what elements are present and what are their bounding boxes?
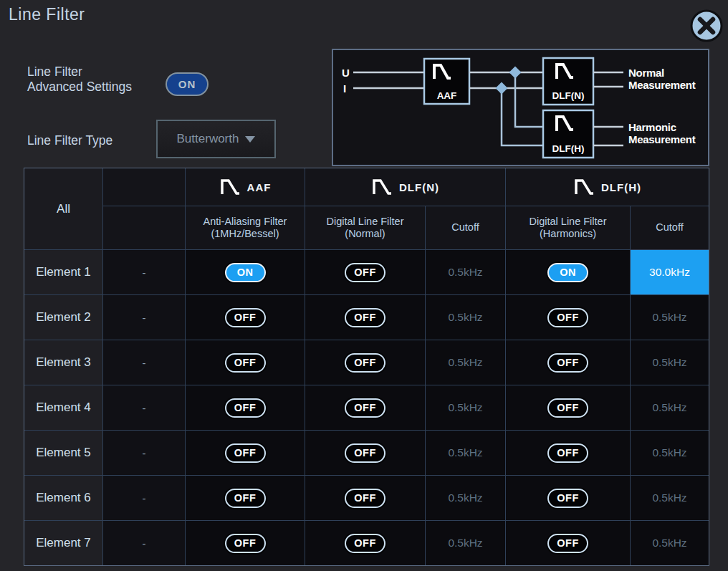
close-button[interactable] xyxy=(689,9,724,43)
aaf-group-header: AAF xyxy=(186,168,305,206)
line-filter-table: All AAF DLF(N) DLF(H) Anti-Aliasing Filt… xyxy=(24,168,709,566)
all-setting-cell: - xyxy=(103,385,185,430)
dlfn-cutoff-cell[interactable]: 0.5kHz xyxy=(426,250,505,294)
dlfn-subheader: Digital Line Filter(Normal) xyxy=(305,206,425,249)
all-setting-cell: - xyxy=(103,340,185,385)
aaf-toggle-cell: OFF xyxy=(186,476,305,520)
dlfh-cutoff-cell[interactable]: 0.5kHz xyxy=(631,340,709,385)
dlfh-cutoff-cell[interactable]: 0.5kHz xyxy=(631,385,709,430)
dlfh-toggle-cell: OFF xyxy=(506,385,630,430)
aaf-toggle-cell: ON xyxy=(186,250,305,294)
blank-header-bottom xyxy=(103,206,185,249)
row-label: Element 3 xyxy=(24,340,102,385)
harmonic-measurement-label: Harmonic xyxy=(628,121,676,133)
advanced-settings-label: Line Filter Advanced Settings xyxy=(27,64,132,95)
dlfh-toggle[interactable]: OFF xyxy=(547,398,588,418)
dlfn-cutoff-header: Cutoff xyxy=(426,206,505,249)
row-label: Element 2 xyxy=(24,295,102,340)
lowpass-filter-icon xyxy=(573,178,594,196)
lowpass-filter-icon xyxy=(371,178,392,196)
branch-node-u xyxy=(509,67,522,79)
all-setting-cell: - xyxy=(103,295,185,340)
aaf-toggle-cell: OFF xyxy=(186,385,305,430)
dlfh-cutoff-cell[interactable]: 0.5kHz xyxy=(631,295,709,340)
dlfh-toggle[interactable]: ON xyxy=(547,263,588,282)
dlfh-cutoff-cell[interactable]: 30.0kHz xyxy=(631,250,709,294)
dlfh-cutoff-cell[interactable]: 0.5kHz xyxy=(631,431,709,475)
advanced-settings-toggle[interactable]: ON xyxy=(166,72,209,96)
dlfh-toggle-cell: OFF xyxy=(506,476,630,520)
dlfh-toggle[interactable]: OFF xyxy=(547,534,588,553)
dlfn-toggle-cell: OFF xyxy=(305,521,425,565)
dlfn-toggle[interactable]: OFF xyxy=(345,353,385,373)
dlfh-toggle[interactable]: OFF xyxy=(547,443,588,463)
all-header-cell: All xyxy=(24,168,102,249)
dlfh-cutoff-header: Cutoff xyxy=(631,206,709,249)
aaf-toggle[interactable]: OFF xyxy=(225,398,266,418)
dlfn-toggle-cell: OFF xyxy=(305,295,425,340)
dlfh-toggle-cell: OFF xyxy=(506,295,630,340)
dlfn-toggle[interactable]: OFF xyxy=(345,443,385,463)
dlfn-toggle[interactable]: OFF xyxy=(345,398,385,418)
all-setting-cell: - xyxy=(103,476,185,520)
dlfn-box-label: DLF(N) xyxy=(552,90,585,101)
lowpass-filter-icon xyxy=(219,178,240,196)
row-label: Element 5 xyxy=(24,431,102,475)
line-filter-type-value: Butterworth xyxy=(177,132,239,146)
normal-measurement-label: Normal xyxy=(628,67,664,79)
dlfn-toggle-cell: OFF xyxy=(305,385,425,430)
svg-text:Measurement: Measurement xyxy=(628,79,696,91)
input-u-label: U xyxy=(342,67,350,79)
line-filter-type-dropdown[interactable]: Butterworth xyxy=(156,120,276,158)
filter-signal-diagram: U I AAF DLF(N) DLF(H) Normal Measurement… xyxy=(332,49,709,166)
dlfh-box-label: DLF(H) xyxy=(552,143,585,154)
dlfh-cutoff-cell[interactable]: 0.5kHz xyxy=(631,521,709,565)
aaf-toggle[interactable]: OFF xyxy=(225,353,266,373)
aaf-toggle[interactable]: OFF xyxy=(225,443,266,463)
dlfn-toggle-cell: OFF xyxy=(305,340,425,385)
dlfn-group-header: DLF(N) xyxy=(305,168,505,206)
svg-text:Measurement: Measurement xyxy=(628,133,696,145)
chevron-down-icon xyxy=(245,136,255,143)
aaf-toggle[interactable]: OFF xyxy=(225,489,266,508)
dlfh-toggle-cell: ON xyxy=(506,250,630,294)
row-label: Element 1 xyxy=(24,250,102,294)
dlfn-toggle[interactable]: OFF xyxy=(345,489,385,508)
dlfn-toggle[interactable]: OFF xyxy=(345,308,385,327)
all-setting-cell: - xyxy=(103,431,185,475)
all-setting-cell: - xyxy=(103,250,185,294)
dlfn-toggle-cell: OFF xyxy=(305,476,425,520)
dlfh-toggle[interactable]: OFF xyxy=(547,308,588,327)
row-label: Element 6 xyxy=(24,476,102,520)
dlfh-toggle[interactable]: OFF xyxy=(547,353,588,373)
branch-node-i xyxy=(496,82,508,95)
row-label: Element 4 xyxy=(24,385,102,430)
dlfh-cutoff-cell[interactable]: 0.5kHz xyxy=(631,476,709,520)
dlfn-toggle-cell: OFF xyxy=(305,250,425,294)
dlfn-cutoff-cell[interactable]: 0.5kHz xyxy=(426,385,505,430)
close-icon xyxy=(689,9,724,43)
row-label: Element 7 xyxy=(24,521,102,565)
aaf-toggle-cell: OFF xyxy=(186,295,305,340)
blank-header-top xyxy=(103,168,185,206)
aaf-toggle-cell: OFF xyxy=(186,521,305,565)
dlfn-cutoff-cell[interactable]: 0.5kHz xyxy=(426,521,505,565)
dlfh-toggle[interactable]: OFF xyxy=(547,489,588,508)
dlfn-cutoff-cell[interactable]: 0.5kHz xyxy=(426,431,505,475)
aaf-toggle-cell: OFF xyxy=(186,340,305,385)
dlfn-cutoff-cell[interactable]: 0.5kHz xyxy=(426,476,505,520)
dlfh-group-header: DLF(H) xyxy=(506,168,709,206)
dlfh-toggle-cell: OFF xyxy=(506,431,630,475)
aaf-toggle[interactable]: OFF xyxy=(225,534,266,553)
all-setting-cell: - xyxy=(103,521,185,565)
dlfn-toggle[interactable]: OFF xyxy=(345,534,385,553)
dlfn-toggle[interactable]: OFF xyxy=(345,263,385,282)
dlfn-cutoff-cell[interactable]: 0.5kHz xyxy=(426,295,505,340)
dlfn-cutoff-cell[interactable]: 0.5kHz xyxy=(426,340,505,385)
aaf-box-label: AAF xyxy=(437,90,457,101)
dlfh-toggle-cell: OFF xyxy=(506,521,630,565)
aaf-toggle[interactable]: ON xyxy=(225,263,266,282)
page-title: Line Filter xyxy=(9,5,85,24)
aaf-toggle[interactable]: OFF xyxy=(225,308,266,327)
filter-diagram-svg: U I AAF DLF(N) DLF(H) Normal Measurement… xyxy=(333,50,708,165)
